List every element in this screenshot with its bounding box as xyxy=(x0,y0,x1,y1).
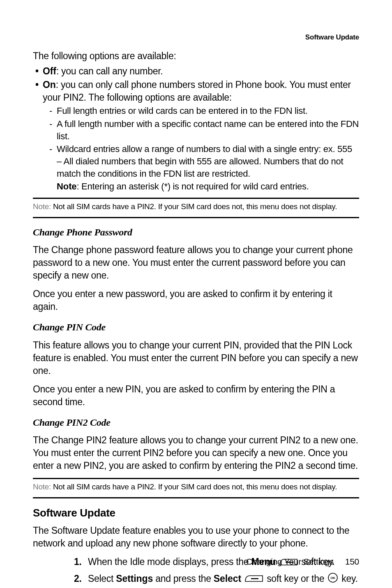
page-number: 150 xyxy=(345,557,359,566)
divider xyxy=(33,478,359,479)
heading-change-pin: Change PIN Code xyxy=(33,321,359,334)
heading-change-phone-password: Change Phone Password xyxy=(33,226,359,239)
sub-bullet-text: A full length number with a specific con… xyxy=(57,118,359,142)
svg-rect-1 xyxy=(251,578,258,579)
svg-text:OK: OK xyxy=(331,576,336,580)
step-number: 1. xyxy=(74,556,88,569)
ok-key-icon: OK xyxy=(327,572,338,586)
dash-marker: - xyxy=(49,118,57,142)
heading-software-update: Software Update xyxy=(33,506,359,520)
paragraph: Once you enter a new password, you are a… xyxy=(33,288,359,313)
bullet-marker: • xyxy=(35,78,43,104)
sub-bullet-text: Wildcard entries allow a range of number… xyxy=(57,143,359,180)
paragraph: The Software Update feature enables you … xyxy=(33,524,359,550)
divider xyxy=(33,198,359,199)
heading-change-pin2: Change PIN2 Code xyxy=(33,416,359,429)
step-text: Select Settings and press the Select sof… xyxy=(88,572,359,586)
paragraph: This feature allows you to change your c… xyxy=(33,339,359,377)
sub-bullet: - A full length number with a specific c… xyxy=(33,118,359,142)
divider xyxy=(33,217,359,218)
step-number: 2. xyxy=(74,572,88,586)
note-block: Note: Not all SIM cards have a PIN2. If … xyxy=(33,201,359,212)
bullet-off: • Off: you can call any number. xyxy=(33,65,359,78)
bullet-on: • On: you can only call phone numbers st… xyxy=(33,78,359,104)
intro-text: The following options are available: xyxy=(33,50,359,62)
footer-section: Changing Your Settings xyxy=(246,557,334,566)
divider xyxy=(33,497,359,498)
sub-bullet: - Wildcard entries allow a range of numb… xyxy=(33,143,359,180)
sub-bullet-text: Full length entries or wild cards can be… xyxy=(57,105,359,117)
note-block: Note: Not all SIM cards have a PIN2. If … xyxy=(33,482,359,492)
paragraph: Once you enter a new PIN, you are asked … xyxy=(33,383,359,408)
paragraph: The Change phone password feature allows… xyxy=(33,244,359,282)
page-footer: Changing Your Settings150 xyxy=(246,556,359,567)
page-header: Software Update xyxy=(33,33,359,42)
softkey-icon xyxy=(244,573,263,586)
bullet-text: Off: you can call any number. xyxy=(43,65,359,78)
dash-marker: - xyxy=(49,105,57,117)
paragraph: The Change PIN2 feature allows you to ch… xyxy=(33,434,359,472)
bullet-text: On: you can only call phone numbers stor… xyxy=(43,78,359,104)
dash-marker: - xyxy=(49,143,57,180)
bullet-marker: • xyxy=(35,65,43,78)
step-2: 2. Select Settings and press the Select … xyxy=(33,572,359,586)
sub-bullet: - Full length entries or wild cards can … xyxy=(33,105,359,117)
note-inline: Note: Entering an asterisk (*) is not re… xyxy=(33,180,359,193)
